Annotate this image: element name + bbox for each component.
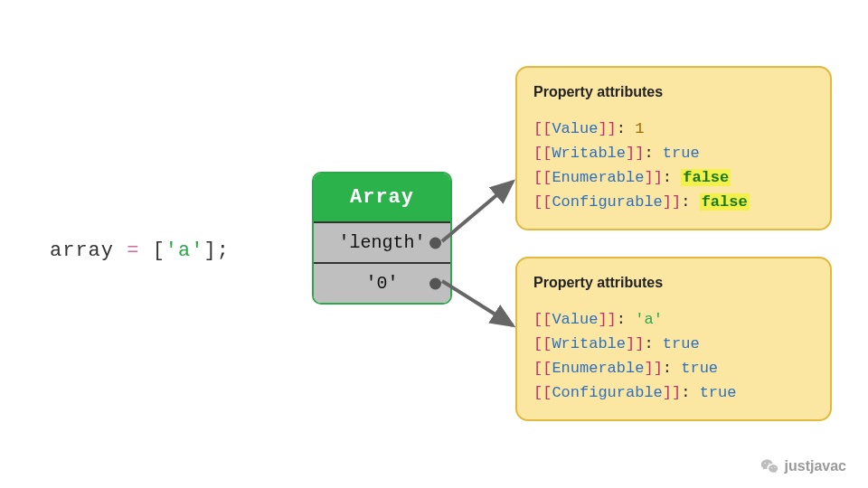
- array-cell-length: 'length': [314, 221, 450, 262]
- pointer-dot: [429, 277, 441, 289]
- attr-line: [[Value]]: 1: [533, 117, 814, 141]
- code-string-literal: 'a': [165, 239, 204, 262]
- array-object-box: Array 'length' '0': [312, 172, 452, 305]
- arrow-length-to-card: [442, 182, 513, 241]
- attr-line: [[Value]]: 'a': [533, 307, 814, 332]
- card-title: Property attributes: [533, 80, 814, 104]
- attr-line: [[Writable]]: true: [533, 332, 814, 356]
- array-header: Array: [314, 174, 450, 221]
- property-attributes-card-bottom: Property attributes [[Value]]: 'a' [[Wri…: [515, 257, 832, 421]
- array-cell-label: 'length': [338, 232, 425, 253]
- watermark-text: justjavac: [785, 458, 846, 474]
- attr-line: [[Enumerable]]: true: [533, 356, 814, 380]
- code-expression: array = ['a'];: [50, 239, 230, 262]
- property-attributes-card-top: Property attributes [[Value]]: 1 [[Writa…: [515, 66, 832, 230]
- attr-line: [[Enumerable]]: false: [533, 165, 814, 190]
- code-identifier: array: [50, 239, 114, 262]
- attr-line: [[Configurable]]: true: [533, 380, 814, 405]
- array-cell-index0: '0': [314, 262, 450, 303]
- card-title: Property attributes: [533, 271, 814, 295]
- attr-line: [[Writable]]: true: [533, 141, 814, 165]
- code-semicolon: ;: [217, 239, 230, 262]
- array-cell-label: '0': [365, 273, 398, 294]
- pointer-dot: [429, 237, 441, 249]
- attr-line: [[Configurable]]: false: [533, 190, 814, 214]
- code-close-bracket: ]: [203, 239, 216, 262]
- code-equals: =: [127, 239, 139, 262]
- code-open-bracket: [: [153, 239, 165, 262]
- wechat-icon: [760, 457, 779, 475]
- watermark: justjavac: [760, 457, 846, 475]
- arrow-index0-to-card: [442, 281, 513, 325]
